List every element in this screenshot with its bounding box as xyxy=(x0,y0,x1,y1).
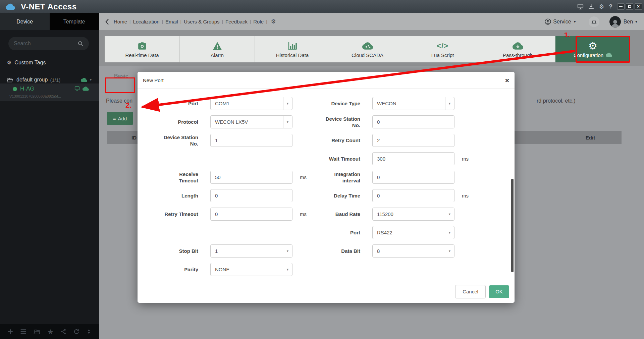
service-dropdown[interactable]: Service ▼ xyxy=(545,18,576,25)
left-protocol-select[interactable]: WECON LX5V▼ xyxy=(210,115,292,128)
device-row[interactable]: H-AG V1300121070200568a882a5f... xyxy=(0,83,99,101)
download-icon[interactable] xyxy=(588,4,594,9)
search-box[interactable]: Search xyxy=(8,37,89,50)
breadcrumb-item-users-groups[interactable]: Users & Groups xyxy=(184,19,220,24)
breadcrumb-separator: | xyxy=(129,19,130,24)
tab-device[interactable]: Device xyxy=(0,13,50,30)
right-integration-interval-input[interactable]: 0 xyxy=(372,171,454,184)
form-row: PortRS422▼ xyxy=(138,226,515,239)
right-delay-time-input[interactable]: 0 xyxy=(372,189,454,202)
right-baud-rate-label: Baud Rate xyxy=(323,211,360,217)
share-icon[interactable] xyxy=(60,329,66,335)
bell-icon xyxy=(591,19,597,25)
folder-open-icon[interactable] xyxy=(34,329,41,335)
search-input[interactable]: Search xyxy=(14,41,77,47)
chevron-down-icon: ▼ xyxy=(448,249,451,253)
toolbar-button-pass-through[interactable]: Pass-through xyxy=(480,36,555,62)
selected-value: WECON xyxy=(373,101,396,106)
unit-label: ms xyxy=(454,193,485,199)
service-label: Service xyxy=(553,19,571,25)
cloud-scada-icon xyxy=(362,41,373,51)
right-device-station-no-input[interactable]: 0 xyxy=(372,115,454,128)
breadcrumb-item-feedback[interactable]: Feedback xyxy=(225,19,248,24)
tab-template[interactable]: Template xyxy=(50,13,99,30)
gear-icon[interactable]: ⚙ xyxy=(599,4,604,10)
ok-button[interactable]: OK xyxy=(489,285,509,298)
breadcrumb-item-localization[interactable]: Localization xyxy=(133,19,159,24)
refresh-icon[interactable] xyxy=(73,329,79,335)
chevron-down-icon: ▼ xyxy=(448,102,451,105)
notification-bell-button[interactable] xyxy=(589,16,599,27)
left-port-select[interactable]: COM1▼ xyxy=(210,97,292,110)
toolbar-button-cloud-scada[interactable]: Cloud SCADA xyxy=(330,36,405,62)
cloud-download-icon xyxy=(513,41,523,51)
right-retry-count-input[interactable]: 2 xyxy=(372,134,454,147)
unit-label: ms xyxy=(454,156,485,162)
toolbar-button-label: Historical Data xyxy=(276,52,309,58)
toolbar-button-configuration[interactable]: ⚙Configuration xyxy=(555,36,630,62)
sort-icon[interactable] xyxy=(86,329,92,335)
chevron-down-icon: ▼ xyxy=(635,20,638,23)
avatar[interactable] xyxy=(609,16,621,27)
menu-icon[interactable] xyxy=(20,329,26,334)
cloud-icon xyxy=(83,87,89,91)
right-data-bit-select[interactable]: 8▼ xyxy=(372,244,454,258)
left-device-station-no-input[interactable]: 1 xyxy=(210,134,292,147)
left-retry-timeout-input[interactable]: 0 xyxy=(210,208,292,221)
help-icon[interactable]: ? xyxy=(609,4,612,9)
right-wait-timeout-input[interactable]: 300 xyxy=(372,152,454,165)
cancel-button[interactable]: Cancel xyxy=(455,285,486,298)
tab-basic[interactable]: Basic xyxy=(114,73,128,79)
minimize-button[interactable] xyxy=(617,3,625,10)
left-stop-bit-label: Stop Bit xyxy=(161,248,198,254)
gear-icon: ⚙ xyxy=(7,59,11,66)
breadcrumb-item-email[interactable]: Email xyxy=(165,19,178,24)
left-length-input[interactable]: 0 xyxy=(210,189,292,202)
right-port-select[interactable]: RS422▼ xyxy=(372,226,454,239)
right-device-station-no-label: Device Station No. xyxy=(323,116,360,128)
breadcrumb-item-home[interactable]: Home xyxy=(114,19,127,24)
dialog-close-button[interactable]: × xyxy=(505,77,509,84)
maximize-icon xyxy=(628,5,631,8)
close-button[interactable]: × xyxy=(635,3,642,10)
left-parity-select[interactable]: NONE▼ xyxy=(210,263,292,276)
sidebar-footer-toolbar: ★ xyxy=(0,324,99,339)
dialog-header: New Port × xyxy=(138,72,515,89)
unit-label: ms xyxy=(292,174,323,180)
description-text-right: rd protocol, etc.) xyxy=(537,98,576,104)
toolbar-button-lua-script[interactable]: </>Lua Script xyxy=(405,36,480,62)
toolbar-button-real-time-data[interactable]: Real-time Data xyxy=(105,36,179,62)
left-port-label: Port xyxy=(161,100,198,107)
right-retry-count-label: Retry Count xyxy=(323,137,360,144)
plus-icon[interactable] xyxy=(7,329,13,335)
add-button[interactable]: ≡ Add xyxy=(107,112,133,125)
left-stop-bit-select[interactable]: 1▼ xyxy=(210,244,292,258)
toolbar-button-alarm[interactable]: Alarm xyxy=(180,36,255,62)
right-device-type-select[interactable]: WECON▼ xyxy=(372,97,454,110)
dialog-scrollbar[interactable] xyxy=(511,179,514,272)
toolbar-button-historical-data[interactable]: Historical Data xyxy=(255,36,330,62)
sidebar-tabs: DeviceTemplate xyxy=(0,13,99,30)
sidebar-item-custom-tags[interactable]: ⚙ Custom Tags xyxy=(7,59,46,66)
add-button-label: Add xyxy=(118,116,127,121)
gear-icon[interactable]: ⚙ xyxy=(271,18,276,25)
user-silhouette-icon xyxy=(610,19,620,27)
breadcrumb-item-role[interactable]: Role xyxy=(253,19,264,24)
back-chevron-icon[interactable] xyxy=(105,18,109,25)
right-baud-rate-select[interactable]: 115200▼ xyxy=(372,208,454,221)
form-row: Receive Timeout50msIntegration interval0 xyxy=(138,171,515,184)
sidebar: Search ⚙ Custom Tags default group (1/1)… xyxy=(0,30,99,339)
titlebar-system-icons: ⚙? xyxy=(577,4,612,10)
chevron-down-icon[interactable]: ▼ xyxy=(89,78,92,81)
form-row: ProtocolWECON LX5V▼Device Station No.0 xyxy=(138,115,515,128)
breadcrumb-separator: | xyxy=(250,19,251,24)
group-name: default group xyxy=(16,77,48,83)
user-name[interactable]: Ben xyxy=(624,19,633,25)
form-row: Wait Timeout300ms xyxy=(138,152,515,165)
custom-tags-label: Custom Tags xyxy=(14,60,46,66)
star-icon[interactable]: ★ xyxy=(47,328,54,335)
left-receive-timeout-input[interactable]: 50 xyxy=(210,171,292,184)
maximize-button[interactable] xyxy=(626,3,633,10)
breadcrumb-separator: | xyxy=(162,19,163,24)
monitor-icon[interactable] xyxy=(577,4,584,9)
